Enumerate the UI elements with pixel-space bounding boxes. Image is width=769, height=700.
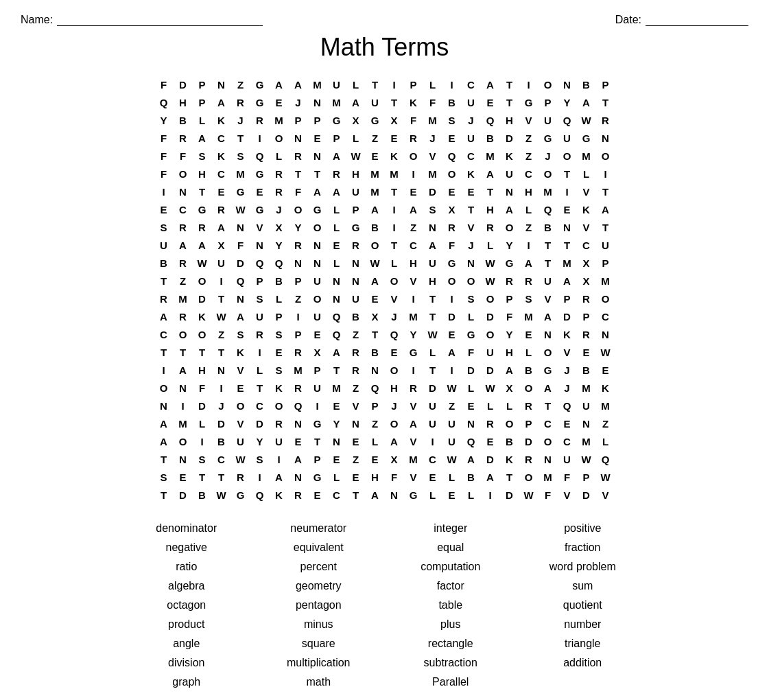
grid-cell: R: [270, 183, 289, 200]
grid-cell: A: [289, 450, 308, 468]
grid-cell: O: [385, 415, 404, 432]
grid-cell: V: [519, 111, 539, 129]
grid-cell: M: [385, 165, 404, 183]
grid-cell: O: [174, 432, 193, 450]
grid-cell: R: [289, 147, 308, 165]
grid-cell: J: [385, 307, 404, 325]
grid-cell: I: [154, 183, 174, 200]
grid-cell: D: [481, 307, 500, 325]
grid-cell: A: [596, 200, 615, 218]
grid-cell: J: [212, 397, 231, 415]
grid-cell: E: [462, 183, 481, 200]
grid-cell: R: [519, 272, 539, 290]
grid-cell: A: [519, 254, 539, 272]
grid-cell: A: [289, 75, 308, 93]
grid-cell: W: [481, 254, 500, 272]
grid-cell: X: [385, 111, 404, 129]
grid-cell: R: [231, 468, 250, 486]
grid-cell: O: [519, 468, 539, 486]
grid-cell: T: [212, 290, 231, 307]
name-field: Name:: [21, 14, 263, 26]
grid-cell: P: [270, 307, 289, 325]
grid-cell: U: [327, 75, 346, 93]
grid-cell: U: [577, 397, 596, 415]
grid-cell: T: [500, 93, 519, 111]
grid-cell: V: [596, 486, 615, 504]
name-underline: [57, 14, 263, 26]
grid-cell: F: [154, 147, 174, 165]
grid-cell: X: [366, 307, 385, 325]
grid-cell: T: [558, 165, 577, 183]
grid-cell: R: [519, 450, 539, 468]
grid-cell: R: [212, 200, 231, 218]
grid-cell: R: [174, 129, 193, 147]
grid-cell: V: [577, 183, 596, 200]
grid-cell: R: [577, 290, 596, 307]
grid-cell: U: [308, 272, 327, 290]
grid-cell: L: [327, 200, 346, 218]
grid-cell: G: [442, 254, 462, 272]
grid-cell: O: [231, 397, 250, 415]
grid-cell: A: [174, 361, 193, 379]
grid-cell: P: [308, 450, 327, 468]
grid-cell: T: [346, 486, 366, 504]
grid-cell: N: [289, 415, 308, 432]
grid-cell: W: [442, 450, 462, 468]
grid-cell: A: [193, 129, 212, 147]
grid-cell: X: [346, 111, 366, 129]
word-item: angle: [124, 635, 250, 652]
grid-cell: U: [231, 432, 250, 450]
grid-cell: T: [308, 432, 327, 450]
grid-cell: A: [327, 343, 346, 361]
grid-cell: H: [193, 361, 212, 379]
grid-cell: I: [250, 343, 270, 361]
grid-cell: X: [500, 379, 519, 397]
grid-cell: E: [270, 343, 289, 361]
grid-cell: W: [596, 343, 615, 361]
grid-cell: R: [289, 343, 308, 361]
grid-cell: W: [212, 307, 231, 325]
grid-cell: L: [423, 75, 442, 93]
grid-cell: H: [385, 379, 404, 397]
grid-cell: V: [558, 343, 577, 361]
grid-cell: Q: [327, 307, 346, 325]
grid-cell: L: [346, 129, 366, 147]
grid-cell: V: [577, 218, 596, 236]
grid-cell: T: [462, 200, 481, 218]
grid-cell: N: [346, 272, 366, 290]
grid-cell: T: [596, 183, 615, 200]
grid-cell: C: [212, 450, 231, 468]
grid-cell: U: [558, 450, 577, 468]
grid-cell: W: [366, 254, 385, 272]
grid-cell: K: [385, 147, 404, 165]
word-item: graph: [124, 674, 250, 690]
grid-cell: P: [193, 93, 212, 111]
grid-cell: E: [174, 468, 193, 486]
grid-cell: S: [462, 290, 481, 307]
grid-cell: A: [308, 183, 327, 200]
grid-cell: E: [462, 397, 481, 415]
grid-cell: Z: [174, 272, 193, 290]
grid-cell: O: [308, 218, 327, 236]
grid-cell: B: [462, 468, 481, 486]
grid-cell: E: [346, 468, 366, 486]
grid-cell: I: [596, 165, 615, 183]
grid-cell: Y: [270, 236, 289, 254]
grid-cell: R: [250, 111, 270, 129]
grid-cell: M: [423, 111, 442, 129]
grid-cell: C: [462, 75, 481, 93]
grid-cell: T: [596, 93, 615, 111]
word-item: [520, 674, 646, 690]
grid-cell: T: [193, 468, 212, 486]
grid-cell: U: [346, 183, 366, 200]
grid-cell: P: [577, 307, 596, 325]
grid-cell: J: [231, 111, 250, 129]
grid-cell: J: [289, 93, 308, 111]
grid-cell: S: [423, 200, 442, 218]
grid-cell: D: [500, 486, 519, 504]
grid-cell: S: [270, 325, 289, 343]
grid-cell: A: [270, 75, 289, 93]
word-item: denominator: [124, 520, 250, 537]
grid-cell: K: [270, 379, 289, 397]
grid-cell: I: [404, 361, 423, 379]
